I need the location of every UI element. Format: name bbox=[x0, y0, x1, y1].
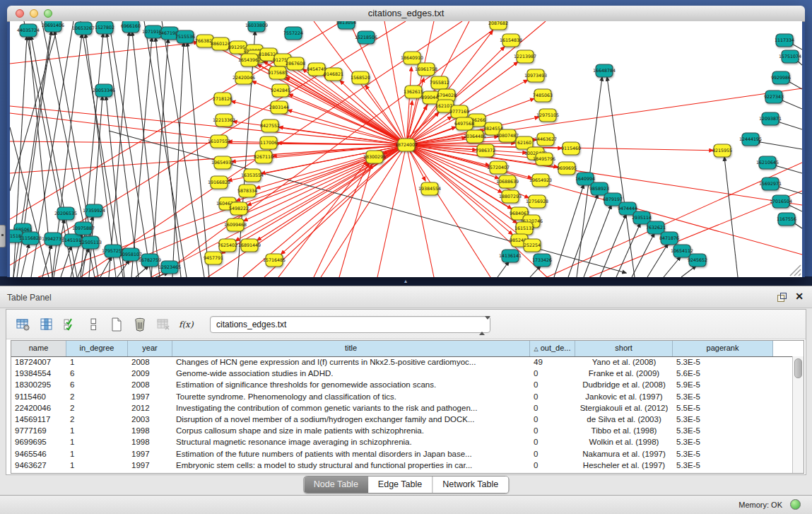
graph-node[interactable]: 14136141 bbox=[499, 250, 522, 262]
table-cell-name[interactable]: 9115460 bbox=[11, 391, 66, 402]
graph-node[interactable]: 16033809 bbox=[245, 21, 268, 32]
table-cell-pagerank[interactable]: 5.3E-5 bbox=[673, 414, 773, 425]
graph-node[interactable]: 8471876 bbox=[659, 232, 679, 245]
graph-node[interactable]: 19166829 bbox=[208, 176, 230, 189]
graph-node[interactable]: 1568520 bbox=[351, 71, 370, 84]
table-settings-icon[interactable] bbox=[13, 315, 33, 334]
graph-node[interactable]: 9457791 bbox=[204, 252, 223, 264]
table-row[interactable]: 946554611997Estimation of the future num… bbox=[11, 448, 793, 460]
graph-node[interactable]: 1362615 bbox=[404, 86, 423, 98]
table-cell-title[interactable]: Embryonic stem cells: a model to study s… bbox=[172, 460, 530, 471]
table-cell-in_degree[interactable]: 6 bbox=[66, 379, 128, 390]
graph-node[interactable]: 9115460 bbox=[561, 142, 581, 155]
table-cell-in_degree[interactable]: 1 bbox=[66, 448, 128, 460]
table-cell-out_degree[interactable]: 0 bbox=[530, 379, 575, 390]
table-cell-in_degree[interactable]: 6 bbox=[66, 368, 128, 379]
table-row[interactable]: 969969511998Structural magnetic resonanc… bbox=[11, 436, 793, 448]
column-header-year[interactable]: year bbox=[128, 341, 172, 356]
graph-node[interactable]: 5498222 bbox=[229, 202, 249, 215]
table-row[interactable]: 1456911722003Disruption of a novel membe… bbox=[11, 414, 793, 425]
column-header-in_degree[interactable]: in_degree bbox=[66, 341, 128, 356]
table-cell-title[interactable]: Tourette syndrome. Phenomenology and cla… bbox=[172, 391, 530, 402]
table-cell-out_degree[interactable]: 0 bbox=[530, 402, 575, 414]
graph-node[interactable]: 8215955 bbox=[712, 144, 732, 157]
table-cell-in_degree[interactable]: 1 bbox=[66, 460, 128, 471]
table-cell-name[interactable]: 18300295 bbox=[11, 379, 66, 390]
table-cell-year[interactable]: 2008 bbox=[128, 356, 172, 368]
column-header-title[interactable]: title bbox=[172, 341, 530, 356]
delete-table-icon[interactable] bbox=[153, 315, 173, 334]
graph-node[interactable]: 12213363 bbox=[213, 114, 235, 127]
select-all-icon[interactable] bbox=[60, 315, 80, 334]
graph-node[interactable]: 19654923 bbox=[529, 174, 552, 187]
show-columns-icon[interactable] bbox=[37, 315, 57, 334]
graph-node[interactable]: 9245652 bbox=[688, 254, 707, 267]
table-cell-title[interactable]: Estimation of the future numbers of pati… bbox=[172, 448, 530, 460]
table-cell-short[interactable]: Stergiakouli et al. (2012) bbox=[575, 402, 673, 414]
graph-node[interactable]: 9227343 bbox=[764, 90, 784, 103]
graph-node[interactable]: 10653267 bbox=[72, 22, 95, 35]
graph-node[interactable]: 20364486 bbox=[464, 130, 486, 143]
table-cell-out_degree[interactable]: 0 bbox=[530, 368, 575, 379]
table-cell-title[interactable]: Disruption of a novel member of a sodium… bbox=[172, 414, 530, 425]
graph-node[interactable]: 17359924 bbox=[83, 204, 105, 217]
graph-node[interactable]: 7515536 bbox=[175, 30, 195, 43]
table-cell-in_degree[interactable]: 1 bbox=[66, 436, 128, 448]
graph-node[interactable]: 11156828 bbox=[19, 232, 42, 245]
table-cell-year[interactable]: 2003 bbox=[128, 414, 172, 425]
table-cell-pagerank[interactable]: 5.6E-5 bbox=[673, 368, 773, 379]
table-cell-pagerank[interactable]: 5.3E-5 bbox=[673, 356, 773, 368]
table-cell-year[interactable]: 2008 bbox=[128, 379, 172, 390]
graph-node[interactable]: 16210645 bbox=[756, 156, 779, 169]
graph-node[interactable]: 9929986 bbox=[771, 71, 791, 84]
table-cell-pagerank[interactable]: 5.3E-5 bbox=[673, 425, 773, 436]
graph-node[interactable]: 1527802 bbox=[95, 21, 114, 34]
column-header-pagerank[interactable]: pagerank bbox=[673, 341, 773, 356]
table-cell-in_degree[interactable]: 2 bbox=[66, 414, 128, 425]
graph-node[interactable]: 10975887 bbox=[72, 222, 95, 235]
graph-node[interactable]: 117006 bbox=[260, 136, 277, 149]
table-cell-pagerank[interactable]: 5.3E-5 bbox=[673, 436, 773, 448]
graph-node[interactable]: 12093871 bbox=[759, 112, 782, 125]
table-cell-name[interactable]: 19384554 bbox=[11, 368, 66, 379]
graph-node[interactable]: 20206535 bbox=[54, 207, 77, 220]
table-cell-pagerank[interactable]: 5.9E-5 bbox=[673, 379, 773, 390]
table-cell-name[interactable]: 14569117 bbox=[11, 414, 66, 425]
graph-node[interactable]: 6966160 bbox=[121, 21, 141, 33]
table-cell-year[interactable]: 1997 bbox=[128, 391, 172, 402]
table-cell-short[interactable]: Wolkin et al. (1998) bbox=[575, 436, 673, 448]
table-cell-short[interactable]: Jankovic et al. (1997) bbox=[575, 391, 673, 402]
column-header-out_degree[interactable]: △out_de... bbox=[530, 341, 575, 356]
graph-node[interactable]: 14463627 bbox=[534, 133, 557, 146]
tab-network-table[interactable]: Network Table bbox=[432, 477, 508, 493]
table-cell-out_degree[interactable]: 0 bbox=[530, 425, 575, 436]
table-cell-name[interactable]: 18724007 bbox=[11, 356, 66, 368]
network-canvas[interactable]: 4403572420691406106532671527802696616010… bbox=[10, 21, 802, 277]
table-cell-pagerank[interactable]: 5.3E-5 bbox=[673, 448, 773, 460]
graph-node[interactable]: 16154838 bbox=[500, 34, 522, 47]
graph-node[interactable]: 12756928 bbox=[526, 195, 548, 208]
delete-column-icon[interactable] bbox=[130, 315, 150, 334]
column-header-name[interactable]: name bbox=[11, 341, 66, 356]
table-cell-out_degree[interactable]: 0 bbox=[530, 448, 575, 460]
graph-node[interactable]: 12975105 bbox=[536, 109, 559, 122]
table-cell-pagerank[interactable]: 5.3E-5 bbox=[673, 460, 773, 471]
graph-node[interactable]: 9699695 bbox=[557, 162, 577, 175]
table-cell-short[interactable]: Nakamura et al. (1997) bbox=[575, 448, 673, 460]
function-builder-icon[interactable]: f(x) bbox=[177, 315, 196, 334]
tab-edge-table[interactable]: Edge Table bbox=[368, 477, 432, 493]
table-row[interactable]: 1830029562008Estimation of significance … bbox=[11, 379, 793, 390]
table-selector-dropdown[interactable]: citations_edges.txt bbox=[210, 316, 490, 333]
graph-node[interactable]: 15751074 bbox=[779, 50, 801, 63]
table-cell-year[interactable]: 2009 bbox=[128, 368, 172, 379]
table-cell-out_degree[interactable]: 0 bbox=[530, 436, 575, 448]
table-cell-title[interactable]: Estimation of significance thresholds fo… bbox=[172, 379, 530, 390]
graph-node[interactable]: 44035724 bbox=[17, 24, 40, 37]
graph-node[interactable]: 7986372 bbox=[476, 144, 495, 157]
graph-node[interactable]: 18640910 bbox=[401, 52, 423, 64]
graph-node[interactable]: 8427552 bbox=[260, 119, 280, 132]
table-cell-name[interactable]: 9463627 bbox=[11, 460, 66, 471]
table-cell-out_degree[interactable]: 0 bbox=[530, 414, 575, 425]
graph-node[interactable]: 12923465 bbox=[158, 261, 181, 274]
graph-node[interactable]: 1117334 bbox=[775, 34, 794, 47]
